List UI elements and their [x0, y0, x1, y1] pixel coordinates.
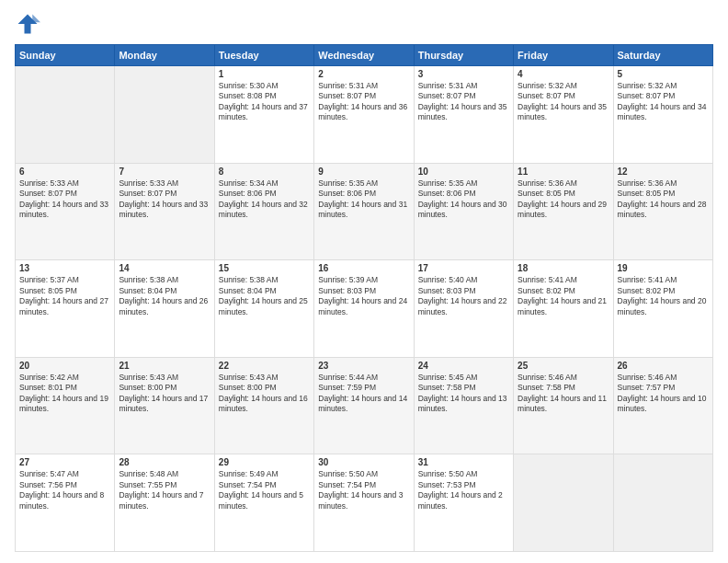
cell-line: Daylight: 14 hours and 14 minutes. [318, 394, 409, 415]
cell-line: Daylight: 14 hours and 36 minutes. [318, 102, 409, 123]
calendar-cell: 24Sunrise: 5:45 AMSunset: 7:58 PMDayligh… [414, 357, 513, 454]
cell-line: Daylight: 14 hours and 16 minutes. [219, 394, 310, 415]
logo-icon [15, 11, 40, 37]
cell-line: Sunrise: 5:32 AM [618, 81, 709, 91]
cell-line: Daylight: 14 hours and 33 minutes. [19, 200, 110, 221]
cell-line: Sunrise: 5:50 AM [418, 469, 509, 479]
page: SundayMondayTuesdayWednesdayThursdayFrid… [0, 0, 728, 563]
cell-line: Sunrise: 5:38 AM [119, 275, 210, 285]
calendar-cell: 7Sunrise: 5:33 AMSunset: 8:07 PMDaylight… [115, 163, 214, 260]
cell-line: Daylight: 14 hours and 24 minutes. [318, 296, 409, 317]
cell-line: Sunrise: 5:42 AM [19, 373, 110, 383]
cell-line: Sunset: 7:57 PM [618, 383, 709, 393]
cell-line: Daylight: 14 hours and 17 minutes. [119, 394, 210, 415]
calendar-cell: 28Sunrise: 5:48 AMSunset: 7:55 PMDayligh… [115, 454, 214, 552]
cell-line: Sunrise: 5:37 AM [19, 275, 110, 285]
calendar-cell: 17Sunrise: 5:40 AMSunset: 8:03 PMDayligh… [414, 260, 513, 358]
cell-line: Sunrise: 5:35 AM [318, 178, 409, 189]
calendar-cell: 15Sunrise: 5:38 AMSunset: 8:04 PMDayligh… [214, 260, 313, 358]
cell-line: Daylight: 14 hours and 20 minutes. [618, 296, 709, 317]
cell-line: Sunset: 8:02 PM [518, 286, 609, 296]
calendar-week-row: 20Sunrise: 5:42 AMSunset: 8:01 PMDayligh… [16, 357, 713, 454]
calendar-day-header: Friday [514, 45, 613, 66]
cell-line: Daylight: 14 hours and 35 minutes. [518, 102, 609, 123]
cell-line: Sunset: 8:01 PM [19, 383, 110, 393]
calendar-cell: 14Sunrise: 5:38 AMSunset: 8:04 PMDayligh… [115, 260, 214, 358]
day-number: 15 [219, 263, 310, 273]
svg-marker-1 [32, 15, 40, 23]
cell-line: Daylight: 14 hours and 22 minutes. [418, 296, 509, 317]
cell-line: Sunset: 7:54 PM [318, 480, 409, 490]
calendar-cell [115, 66, 214, 164]
cell-line: Sunrise: 5:43 AM [219, 373, 310, 383]
cell-line: Sunset: 8:02 PM [618, 286, 709, 296]
day-number: 26 [618, 361, 709, 371]
cell-line: Daylight: 14 hours and 26 minutes. [119, 296, 210, 317]
cell-line: Sunrise: 5:41 AM [618, 275, 709, 285]
cell-line: Sunset: 7:56 PM [19, 480, 110, 490]
cell-line: Sunset: 7:55 PM [119, 480, 210, 490]
cell-line: Sunrise: 5:41 AM [518, 275, 609, 285]
day-number: 20 [19, 361, 110, 371]
calendar-cell [514, 454, 613, 552]
day-number: 7 [119, 167, 210, 177]
calendar-cell: 1Sunrise: 5:30 AMSunset: 8:08 PMDaylight… [214, 66, 313, 164]
day-number: 10 [418, 167, 509, 177]
day-number: 4 [518, 69, 609, 79]
cell-line: Sunrise: 5:38 AM [219, 275, 310, 285]
day-number: 21 [119, 361, 210, 371]
cell-line: Sunrise: 5:35 AM [418, 178, 509, 189]
cell-line: Sunrise: 5:36 AM [518, 178, 609, 189]
cell-line: Daylight: 14 hours and 35 minutes. [418, 102, 509, 123]
cell-line: Sunrise: 5:47 AM [19, 469, 110, 479]
cell-line: Daylight: 14 hours and 37 minutes. [219, 102, 310, 123]
cell-line: Sunrise: 5:46 AM [518, 373, 609, 383]
cell-line: Sunset: 8:07 PM [19, 189, 110, 199]
cell-line: Sunrise: 5:43 AM [119, 373, 210, 383]
cell-line: Daylight: 14 hours and 31 minutes. [318, 200, 409, 221]
cell-line: Sunrise: 5:49 AM [219, 469, 310, 479]
calendar-day-header: Monday [115, 45, 214, 66]
day-number: 16 [318, 263, 409, 273]
day-number: 6 [19, 167, 110, 177]
cell-line: Sunset: 7:58 PM [518, 383, 609, 393]
calendar-week-row: 27Sunrise: 5:47 AMSunset: 7:56 PMDayligh… [16, 454, 713, 552]
day-number: 2 [318, 69, 409, 79]
day-number: 17 [418, 263, 509, 273]
day-number: 5 [618, 69, 709, 79]
cell-line: Sunrise: 5:31 AM [318, 81, 409, 91]
cell-line: Sunset: 8:07 PM [618, 91, 709, 101]
calendar-cell: 30Sunrise: 5:50 AMSunset: 7:54 PMDayligh… [314, 454, 414, 552]
cell-line: Daylight: 14 hours and 11 minutes. [518, 394, 609, 415]
day-number: 19 [618, 263, 709, 273]
calendar-cell: 13Sunrise: 5:37 AMSunset: 8:05 PMDayligh… [16, 260, 115, 358]
cell-line: Daylight: 14 hours and 25 minutes. [219, 296, 310, 317]
cell-line: Sunset: 8:08 PM [219, 91, 310, 101]
calendar-day-header: Sunday [16, 45, 115, 66]
cell-line: Sunset: 7:59 PM [318, 383, 409, 393]
day-number: 14 [119, 263, 210, 273]
calendar-cell: 31Sunrise: 5:50 AMSunset: 7:53 PMDayligh… [414, 454, 513, 552]
calendar-week-row: 6Sunrise: 5:33 AMSunset: 8:07 PMDaylight… [16, 163, 713, 260]
cell-line: Sunset: 8:06 PM [219, 189, 310, 199]
cell-line: Sunrise: 5:50 AM [318, 469, 409, 479]
cell-line: Sunset: 8:03 PM [318, 286, 409, 296]
cell-line: Daylight: 14 hours and 32 minutes. [219, 200, 310, 221]
calendar-cell: 20Sunrise: 5:42 AMSunset: 8:01 PMDayligh… [16, 357, 115, 454]
day-number: 13 [19, 263, 110, 273]
cell-line: Daylight: 14 hours and 29 minutes. [518, 200, 609, 221]
cell-line: Daylight: 14 hours and 28 minutes. [618, 200, 709, 221]
cell-line: Sunrise: 5:30 AM [219, 81, 310, 91]
day-number: 25 [518, 361, 609, 371]
calendar-cell: 19Sunrise: 5:41 AMSunset: 8:02 PMDayligh… [613, 260, 712, 358]
cell-line: Daylight: 14 hours and 30 minutes. [418, 200, 509, 221]
calendar-cell: 23Sunrise: 5:44 AMSunset: 7:59 PMDayligh… [314, 357, 414, 454]
calendar-week-row: 1Sunrise: 5:30 AMSunset: 8:08 PMDaylight… [16, 66, 713, 164]
logo [15, 11, 44, 37]
cell-line: Sunrise: 5:33 AM [19, 178, 110, 189]
calendar-cell: 21Sunrise: 5:43 AMSunset: 8:00 PMDayligh… [115, 357, 214, 454]
cell-line: Sunrise: 5:34 AM [219, 178, 310, 189]
calendar-cell: 8Sunrise: 5:34 AMSunset: 8:06 PMDaylight… [214, 163, 313, 260]
day-number: 29 [219, 457, 310, 467]
day-number: 3 [418, 69, 509, 79]
